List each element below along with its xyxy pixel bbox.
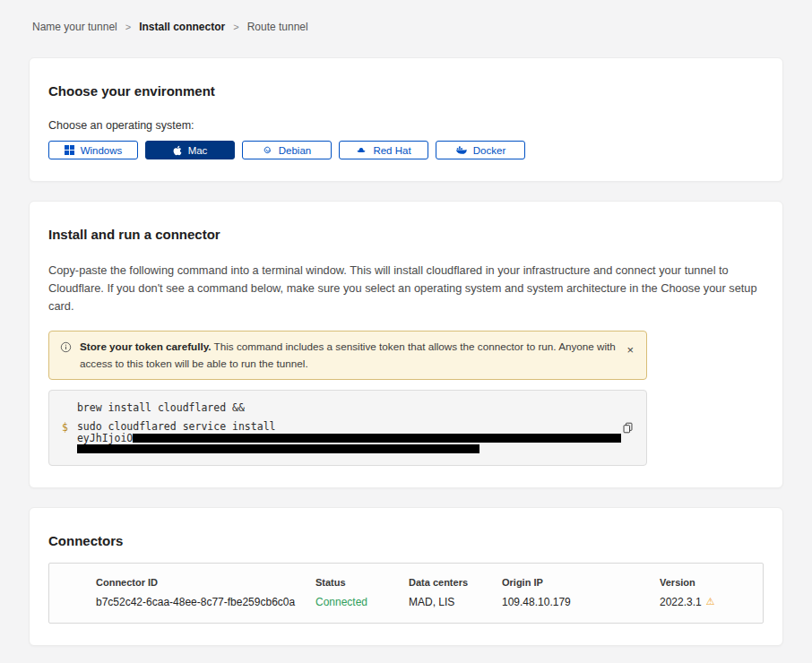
command-text: brew install cloudflared && sudo cloudfl… bbox=[77, 401, 613, 454]
environment-card-title: Choose your environment bbox=[48, 83, 764, 99]
apple-icon bbox=[173, 145, 182, 156]
data-centers-cell: MAD, LIS bbox=[409, 596, 502, 608]
command-line-1: brew install cloudflared && bbox=[77, 401, 613, 414]
token-prefix: eyJhIjoiO bbox=[77, 434, 133, 443]
breadcrumb-install-connector[interactable]: Install connector bbox=[139, 21, 225, 33]
warning-icon: ⚠ bbox=[706, 596, 715, 607]
os-button-redhat[interactable]: Red Hat bbox=[339, 141, 428, 159]
terminal-prompt: $ bbox=[62, 421, 68, 434]
os-select-label: Choose an operating system: bbox=[48, 119, 764, 132]
origin-ip-cell: 109.48.10.179 bbox=[502, 596, 660, 608]
connectors-table: Connector ID Status Data centers Origin … bbox=[48, 563, 764, 624]
os-button-docker[interactable]: Docker bbox=[436, 141, 525, 159]
table-header-version: Version bbox=[660, 577, 745, 588]
connector-card-title: Install and run a connector bbox=[48, 227, 764, 242]
os-button-windows[interactable]: Windows bbox=[48, 141, 138, 159]
connector-id-cell: b7c52c42-6caa-48ee-8c77-fbe259cb6c0a bbox=[96, 596, 315, 608]
connector-description: Copy-paste the following command into a … bbox=[48, 262, 764, 314]
table-row: b7c52c42-6caa-48ee-8c77-fbe259cb6c0a Con… bbox=[49, 588, 763, 623]
install-command-block: $ brew install cloudflared && sudo cloud… bbox=[48, 390, 647, 466]
os-button-debian[interactable]: Debian bbox=[242, 141, 332, 159]
os-button-label: Mac bbox=[188, 145, 208, 156]
command-token-line bbox=[77, 444, 613, 454]
close-icon[interactable]: × bbox=[625, 344, 635, 356]
breadcrumb-name-your-tunnel[interactable]: Name your tunnel bbox=[32, 21, 117, 33]
choose-environment-card: Choose your environment Choose an operat… bbox=[29, 57, 783, 182]
command-token-line: eyJhIjoiO bbox=[77, 434, 613, 443]
token-warning-alert: Store your token carefully.This command … bbox=[48, 331, 647, 379]
os-button-label: Windows bbox=[81, 145, 123, 156]
alert-text: Store your token carefully.This command … bbox=[80, 339, 617, 371]
os-button-label: Docker bbox=[473, 145, 505, 156]
breadcrumb-separator: > bbox=[233, 22, 238, 32]
table-header-status: Status bbox=[315, 577, 409, 588]
os-button-mac[interactable]: Mac bbox=[145, 141, 235, 159]
redacted-token-bar bbox=[133, 434, 621, 443]
table-header-row: Connector ID Status Data centers Origin … bbox=[49, 564, 763, 588]
os-button-group: Windows Mac Debian Red Hat Docker bbox=[48, 141, 764, 159]
install-connector-card: Install and run a connector Copy-paste t… bbox=[29, 201, 783, 488]
connectors-card: Connectors Connector ID Status Data cent… bbox=[29, 507, 783, 646]
alert-text-bold: Store your token carefully. bbox=[80, 340, 212, 352]
table-header-data-centers: Data centers bbox=[409, 577, 502, 588]
os-button-label: Debian bbox=[279, 145, 311, 156]
copy-icon[interactable] bbox=[622, 422, 634, 434]
redacted-token-bar bbox=[77, 444, 479, 453]
status-cell: Connected bbox=[315, 596, 409, 608]
table-header-origin-ip: Origin IP bbox=[502, 577, 660, 588]
breadcrumb-route-tunnel[interactable]: Route tunnel bbox=[247, 21, 308, 33]
windows-icon bbox=[65, 145, 74, 155]
breadcrumb: Name your tunnel > Install connector > R… bbox=[0, 0, 812, 33]
debian-icon bbox=[263, 145, 272, 155]
connectors-card-title: Connectors bbox=[48, 533, 764, 548]
version-value: 2022.3.1 bbox=[660, 596, 702, 608]
info-icon bbox=[60, 341, 72, 353]
version-cell: 2022.3.1 ⚠ bbox=[660, 596, 745, 608]
docker-icon bbox=[455, 145, 467, 155]
table-header-connector-id: Connector ID bbox=[96, 577, 315, 588]
breadcrumb-separator: > bbox=[125, 22, 131, 32]
command-line-2: sudo cloudflared service install bbox=[77, 420, 613, 433]
redhat-icon bbox=[356, 145, 367, 155]
os-button-label: Red Hat bbox=[373, 145, 410, 156]
